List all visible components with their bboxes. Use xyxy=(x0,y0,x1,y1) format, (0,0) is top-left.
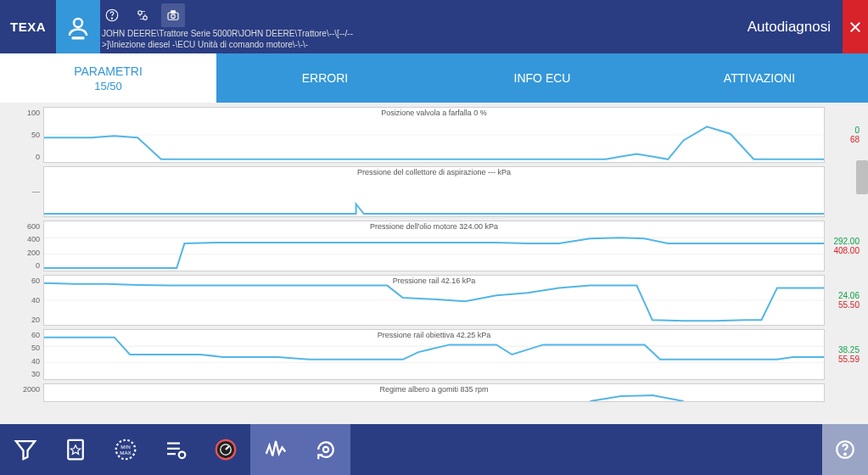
scrollbar-thumb[interactable] xyxy=(856,160,868,194)
y-axis: 100 50 0 xyxy=(5,107,43,163)
graph-view-button[interactable] xyxy=(250,424,300,475)
dashboard-button[interactable] xyxy=(200,424,250,475)
y-axis: 60 50 40 30 xyxy=(5,329,43,380)
svg-point-19 xyxy=(178,452,185,459)
funnel-icon xyxy=(13,437,38,462)
chart-box[interactable]: Pressione rail 42.16 kPa xyxy=(43,275,825,326)
close-button[interactable] xyxy=(843,0,868,53)
list-gear-icon xyxy=(163,437,188,462)
tab-attivazioni[interactable]: ATTIVAZIONI xyxy=(651,53,868,103)
tab-label: INFO ECU xyxy=(514,71,571,85)
chart-title: Pressione dell'olio motore 324.00 kPa xyxy=(44,222,824,231)
svg-rect-6 xyxy=(168,13,178,20)
help-icon xyxy=(834,439,856,461)
chart-title: Pressione rail 42.16 kPa xyxy=(44,277,824,285)
minmax: 292.00 408.00 xyxy=(825,221,863,271)
svg-point-0 xyxy=(74,19,82,27)
brand-logo: TEXA xyxy=(0,0,56,53)
chart-box[interactable]: Pressione rail obiettiva 42.25 kPa xyxy=(43,329,825,380)
tab-bar: PARAMETRI 15/50 ERRORI INFO ECU ATTIVAZI… xyxy=(0,53,868,103)
tab-sub: 15/50 xyxy=(94,80,122,92)
minmax-button[interactable]: MINMAX xyxy=(100,424,150,475)
minmax: 38.25 55.59 xyxy=(825,329,863,380)
brand-text: TEXA xyxy=(10,20,46,34)
top-bar: TEXA JOHN DEERE\Trattore Serie 5000R\JOH… xyxy=(0,0,868,53)
waveform-icon xyxy=(263,437,288,462)
camera-icon xyxy=(165,8,181,23)
svg-point-7 xyxy=(171,14,176,19)
chart-row: 2000 Regime albero a gomiti 835 rpm xyxy=(5,383,863,402)
minmax: 0 68 xyxy=(825,107,863,163)
help-bottom-button[interactable] xyxy=(822,424,868,475)
tab-parametri[interactable]: PARAMETRI 15/50 xyxy=(0,53,216,103)
charts-panel: 100 50 0 Posizione valvola a farfalla 0 … xyxy=(0,103,868,424)
refresh-button[interactable] xyxy=(300,424,350,475)
minmax-icon: MINMAX xyxy=(113,437,138,462)
profile-button[interactable] xyxy=(56,0,100,53)
refresh-gear-icon xyxy=(313,437,339,462)
chart-title: Regime albero a gomiti 835 rpm xyxy=(44,385,824,394)
chart-row: 600 400 200 0 Pressione dell'olio motore… xyxy=(5,221,863,271)
bottom-toolbar: MINMAX xyxy=(0,424,868,475)
gear-icon xyxy=(135,8,150,23)
top-middle: JOHN DEERE\Trattore Serie 5000R\JOHN DEE… xyxy=(100,0,389,53)
chart-box[interactable]: Pressione del collettore di aspirazione … xyxy=(43,166,825,217)
tab-label: PARAMETRI xyxy=(74,64,143,78)
screenshot-button[interactable] xyxy=(161,3,185,27)
chart-row: --- Pressione del collettore di aspirazi… xyxy=(5,166,863,217)
mode-label: Autodiagnosi xyxy=(736,0,843,53)
chart-row: 60 50 40 30 Pressione rail obiettiva 42.… xyxy=(5,329,863,380)
help-top-button[interactable] xyxy=(100,3,124,27)
y-axis: 600 400 200 0 xyxy=(5,221,43,271)
tab-info-ecu[interactable]: INFO ECU xyxy=(434,53,651,103)
y-axis: --- xyxy=(5,166,43,217)
chart-title: Posizione valvola a farfalla 0 % xyxy=(44,109,824,117)
tab-errori[interactable]: ERRORI xyxy=(216,53,434,103)
chart-title: Pressione rail obiettiva 42.25 kPa xyxy=(44,331,824,339)
svg-rect-8 xyxy=(171,11,176,13)
svg-text:MIN: MIN xyxy=(120,444,130,450)
y-axis: 60 40 20 xyxy=(5,275,43,326)
filter-button[interactable] xyxy=(0,424,50,475)
minmax xyxy=(825,383,863,402)
settings-top-button[interactable] xyxy=(131,3,154,27)
chart-row: 60 40 20 Pressione rail 42.16 kPa 24.06 … xyxy=(5,275,863,326)
chart-box[interactable]: Posizione valvola a farfalla 0 % xyxy=(43,107,825,163)
svg-point-25 xyxy=(844,454,846,455)
help-icon xyxy=(104,8,120,23)
chart-row: 100 50 0 Posizione valvola a farfalla 0 … xyxy=(5,107,863,163)
breadcrumb: JOHN DEERE\Trattore Serie 5000R\JOHN DEE… xyxy=(100,27,389,50)
chart-title: Pressione del collettore di aspirazione … xyxy=(44,168,824,176)
close-icon xyxy=(848,20,863,35)
document-star-icon xyxy=(63,437,88,462)
list-settings-button[interactable] xyxy=(150,424,200,475)
svg-text:MAX: MAX xyxy=(120,450,132,455)
svg-rect-15 xyxy=(68,440,83,460)
gauge-icon xyxy=(213,437,238,462)
minmax: 24.06 55.50 xyxy=(825,275,863,326)
profile-icon xyxy=(65,14,91,40)
tab-label: ERRORI xyxy=(302,71,348,85)
svg-point-3 xyxy=(111,18,112,19)
svg-point-23 xyxy=(322,447,328,452)
tab-label: ATTIVAZIONI xyxy=(724,71,795,85)
chart-box[interactable]: Pressione dell'olio motore 324.00 kPa xyxy=(43,221,825,271)
svg-rect-1 xyxy=(72,36,85,39)
favorites-button[interactable] xyxy=(50,424,100,475)
chart-box[interactable]: Regime albero a gomiti 835 rpm xyxy=(43,383,825,402)
y-axis: 2000 xyxy=(5,383,43,402)
